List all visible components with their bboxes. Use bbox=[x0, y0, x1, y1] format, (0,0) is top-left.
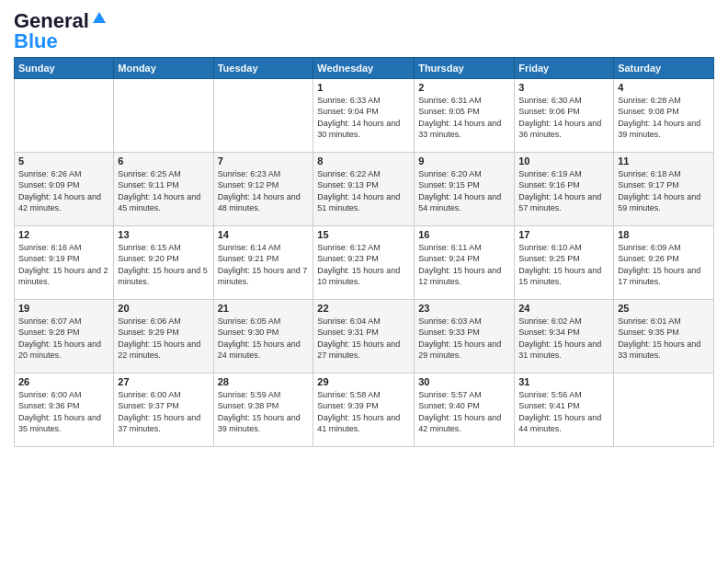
calendar-body: 1Sunrise: 6:33 AMSunset: 9:04 PMDaylight… bbox=[15, 78, 714, 446]
day-number: 17 bbox=[518, 229, 609, 240]
day-number: 16 bbox=[418, 229, 510, 240]
day-info: Sunrise: 6:06 AMSunset: 9:29 PMDaylight:… bbox=[118, 316, 209, 362]
day-info: Sunrise: 6:28 AMSunset: 9:08 PMDaylight:… bbox=[618, 95, 710, 141]
calendar-cell: 25Sunrise: 6:01 AMSunset: 9:35 PMDayligh… bbox=[614, 299, 714, 373]
day-info: Sunrise: 6:25 AMSunset: 9:11 PMDaylight:… bbox=[118, 168, 209, 214]
day-number: 1 bbox=[317, 82, 410, 93]
calendar-table: SundayMondayTuesdayWednesdayThursdayFrid… bbox=[14, 57, 714, 447]
calendar-header: SundayMondayTuesdayWednesdayThursdayFrid… bbox=[15, 57, 714, 78]
day-number: 26 bbox=[18, 376, 109, 387]
calendar-week-3: 12Sunrise: 6:16 AMSunset: 9:19 PMDayligh… bbox=[15, 225, 714, 299]
day-number: 7 bbox=[218, 155, 310, 167]
day-info: Sunrise: 6:31 AMSunset: 9:05 PMDaylight:… bbox=[418, 95, 510, 141]
day-number: 30 bbox=[418, 376, 510, 387]
day-info: Sunrise: 6:23 AMSunset: 9:12 PMDaylight:… bbox=[218, 168, 310, 214]
day-number: 4 bbox=[618, 82, 710, 93]
calendar-cell: 10Sunrise: 6:19 AMSunset: 9:16 PMDayligh… bbox=[515, 152, 614, 225]
day-number: 20 bbox=[118, 303, 209, 314]
day-number: 14 bbox=[218, 229, 310, 240]
day-info: Sunrise: 6:16 AMSunset: 9:19 PMDaylight:… bbox=[18, 242, 109, 288]
day-number: 19 bbox=[18, 303, 109, 314]
day-info: Sunrise: 6:00 AMSunset: 9:36 PMDaylight:… bbox=[18, 389, 109, 435]
day-info: Sunrise: 6:07 AMSunset: 9:28 PMDaylight:… bbox=[18, 316, 109, 362]
day-info: Sunrise: 5:58 AMSunset: 9:39 PMDaylight:… bbox=[317, 389, 410, 435]
day-info: Sunrise: 5:56 AMSunset: 9:41 PMDaylight:… bbox=[518, 389, 609, 435]
day-number: 29 bbox=[317, 376, 410, 387]
day-info: Sunrise: 6:12 AMSunset: 9:23 PMDaylight:… bbox=[317, 242, 410, 288]
calendar-week-2: 5Sunrise: 6:26 AMSunset: 9:09 PMDaylight… bbox=[15, 152, 714, 225]
weekday-header-friday: Friday bbox=[515, 57, 614, 78]
calendar-cell: 16Sunrise: 6:11 AMSunset: 9:24 PMDayligh… bbox=[415, 225, 515, 299]
calendar-cell: 26Sunrise: 6:00 AMSunset: 9:36 PMDayligh… bbox=[15, 373, 114, 446]
day-number: 10 bbox=[518, 155, 609, 167]
day-info: Sunrise: 6:01 AMSunset: 9:35 PMDaylight:… bbox=[618, 316, 710, 362]
calendar-cell: 30Sunrise: 5:57 AMSunset: 9:40 PMDayligh… bbox=[415, 373, 515, 446]
calendar-cell: 29Sunrise: 5:58 AMSunset: 9:39 PMDayligh… bbox=[313, 373, 415, 446]
day-info: Sunrise: 6:09 AMSunset: 9:26 PMDaylight:… bbox=[618, 242, 710, 288]
weekday-header-sunday: Sunday bbox=[15, 57, 114, 78]
day-info: Sunrise: 6:05 AMSunset: 9:30 PMDaylight:… bbox=[218, 316, 310, 362]
day-info: Sunrise: 5:59 AMSunset: 9:38 PMDaylight:… bbox=[218, 389, 310, 435]
day-number: 24 bbox=[518, 303, 609, 314]
day-number: 8 bbox=[317, 155, 410, 167]
calendar-cell bbox=[114, 78, 213, 152]
day-info: Sunrise: 6:00 AMSunset: 9:37 PMDaylight:… bbox=[118, 389, 209, 435]
calendar-cell: 24Sunrise: 6:02 AMSunset: 9:34 PMDayligh… bbox=[515, 299, 614, 373]
day-number: 15 bbox=[317, 229, 410, 240]
calendar-cell: 19Sunrise: 6:07 AMSunset: 9:28 PMDayligh… bbox=[15, 299, 114, 373]
calendar-cell: 14Sunrise: 6:14 AMSunset: 9:21 PMDayligh… bbox=[213, 225, 313, 299]
calendar-cell: 4Sunrise: 6:28 AMSunset: 9:08 PMDaylight… bbox=[614, 78, 714, 152]
day-number: 28 bbox=[218, 376, 310, 387]
day-info: Sunrise: 6:04 AMSunset: 9:31 PMDaylight:… bbox=[317, 316, 410, 362]
calendar-week-5: 26Sunrise: 6:00 AMSunset: 9:36 PMDayligh… bbox=[15, 373, 714, 446]
calendar-cell: 8Sunrise: 6:22 AMSunset: 9:13 PMDaylight… bbox=[313, 152, 415, 225]
day-number: 9 bbox=[418, 155, 510, 167]
day-info: Sunrise: 6:30 AMSunset: 9:06 PMDaylight:… bbox=[518, 95, 609, 141]
calendar-cell: 21Sunrise: 6:05 AMSunset: 9:30 PMDayligh… bbox=[213, 299, 313, 373]
day-info: Sunrise: 6:14 AMSunset: 9:21 PMDaylight:… bbox=[218, 242, 310, 288]
day-number: 13 bbox=[118, 229, 209, 240]
day-number: 27 bbox=[118, 376, 209, 387]
calendar-cell: 3Sunrise: 6:30 AMSunset: 9:06 PMDaylight… bbox=[515, 78, 614, 152]
calendar-week-4: 19Sunrise: 6:07 AMSunset: 9:28 PMDayligh… bbox=[15, 299, 714, 373]
logo-blue-text: Blue bbox=[14, 33, 108, 50]
day-info: Sunrise: 6:15 AMSunset: 9:20 PMDaylight:… bbox=[118, 242, 209, 288]
day-number: 6 bbox=[118, 155, 209, 167]
weekday-header-wednesday: Wednesday bbox=[313, 57, 415, 78]
weekday-header-saturday: Saturday bbox=[614, 57, 714, 78]
day-number: 5 bbox=[18, 155, 109, 167]
calendar-cell: 20Sunrise: 6:06 AMSunset: 9:29 PMDayligh… bbox=[114, 299, 213, 373]
calendar-week-1: 1Sunrise: 6:33 AMSunset: 9:04 PMDaylight… bbox=[15, 78, 714, 152]
svg-marker-0 bbox=[93, 12, 106, 23]
day-number: 31 bbox=[518, 376, 609, 387]
day-info: Sunrise: 6:19 AMSunset: 9:16 PMDaylight:… bbox=[518, 168, 609, 214]
day-info: Sunrise: 6:22 AMSunset: 9:13 PMDaylight:… bbox=[317, 168, 410, 214]
day-info: Sunrise: 6:03 AMSunset: 9:33 PMDaylight:… bbox=[418, 316, 510, 362]
day-info: Sunrise: 5:57 AMSunset: 9:40 PMDaylight:… bbox=[418, 389, 510, 435]
day-number: 25 bbox=[618, 303, 710, 314]
day-number: 22 bbox=[317, 303, 410, 314]
calendar-cell: 17Sunrise: 6:10 AMSunset: 9:25 PMDayligh… bbox=[515, 225, 614, 299]
calendar-cell: 12Sunrise: 6:16 AMSunset: 9:19 PMDayligh… bbox=[15, 225, 114, 299]
calendar-cell: 27Sunrise: 6:00 AMSunset: 9:37 PMDayligh… bbox=[114, 373, 213, 446]
weekday-row: SundayMondayTuesdayWednesdayThursdayFrid… bbox=[15, 57, 714, 78]
calendar-cell: 13Sunrise: 6:15 AMSunset: 9:20 PMDayligh… bbox=[114, 225, 213, 299]
calendar-cell: 23Sunrise: 6:03 AMSunset: 9:33 PMDayligh… bbox=[415, 299, 515, 373]
calendar-cell bbox=[15, 78, 114, 152]
calendar-cell: 31Sunrise: 5:56 AMSunset: 9:41 PMDayligh… bbox=[515, 373, 614, 446]
day-info: Sunrise: 6:11 AMSunset: 9:24 PMDaylight:… bbox=[418, 242, 510, 288]
calendar-cell bbox=[213, 78, 313, 152]
day-info: Sunrise: 6:26 AMSunset: 9:09 PMDaylight:… bbox=[18, 168, 109, 214]
day-info: Sunrise: 6:18 AMSunset: 9:17 PMDaylight:… bbox=[618, 168, 710, 214]
day-number: 21 bbox=[218, 303, 310, 314]
day-info: Sunrise: 6:33 AMSunset: 9:04 PMDaylight:… bbox=[317, 95, 410, 141]
calendar-cell: 18Sunrise: 6:09 AMSunset: 9:26 PMDayligh… bbox=[614, 225, 714, 299]
calendar-cell: 9Sunrise: 6:20 AMSunset: 9:15 PMDaylight… bbox=[415, 152, 515, 225]
logo-arrow-icon bbox=[91, 10, 108, 27]
calendar-cell: 11Sunrise: 6:18 AMSunset: 9:17 PMDayligh… bbox=[614, 152, 714, 225]
day-info: Sunrise: 6:20 AMSunset: 9:15 PMDaylight:… bbox=[418, 168, 510, 214]
calendar-cell: 22Sunrise: 6:04 AMSunset: 9:31 PMDayligh… bbox=[313, 299, 415, 373]
page: General Blue SundayMondayTuesdayWednesda… bbox=[0, 0, 728, 563]
weekday-header-monday: Monday bbox=[114, 57, 213, 78]
calendar-cell: 2Sunrise: 6:31 AMSunset: 9:05 PMDaylight… bbox=[415, 78, 515, 152]
